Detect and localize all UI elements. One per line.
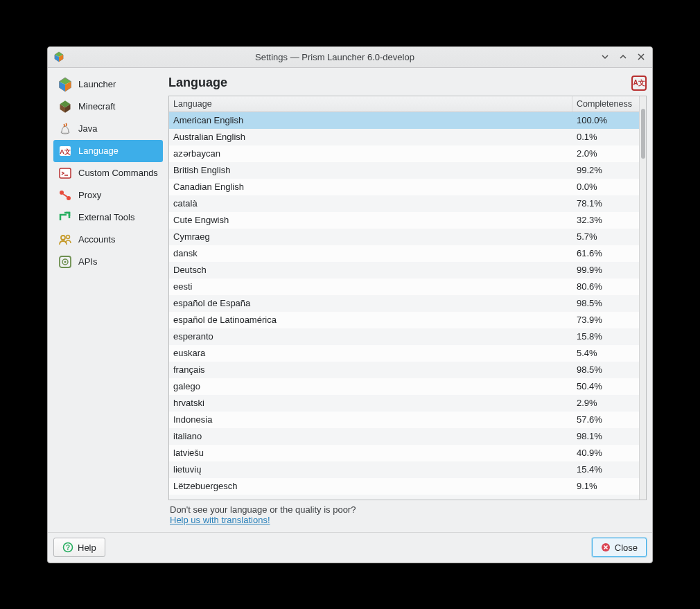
sidebar-item-label: Custom Commands — [78, 168, 158, 178]
minimize-button[interactable] — [600, 51, 611, 62]
language-name: italiano — [169, 431, 572, 441]
table-row[interactable]: Cymraeg5.7% — [169, 229, 639, 245]
table-row[interactable]: français98.5% — [169, 362, 639, 378]
language-name: hrvatski — [169, 398, 572, 408]
language-completeness: 0.1% — [572, 132, 639, 142]
sidebar-item-minecraft[interactable]: Minecraft — [53, 96, 163, 118]
language-name: British English — [169, 165, 572, 175]
language-name: Australian English — [169, 132, 572, 142]
sidebar-item-proxy[interactable]: Proxy — [53, 184, 163, 206]
table-row[interactable]: British English99.2% — [169, 162, 639, 179]
proxy-icon — [58, 188, 73, 203]
titlebar: Settings — Prism Launcher 6.0-develop — [48, 47, 652, 68]
sidebar-item-apis[interactable]: APIs — [53, 251, 163, 273]
external-tools-icon — [58, 210, 73, 225]
sidebar-item-label: Launcher — [78, 79, 116, 89]
svg-point-19 — [67, 235, 70, 238]
close-button-label: Close — [615, 542, 638, 553]
table-row[interactable]: latviešu40.9% — [169, 445, 639, 461]
language-name: magyar — [169, 497, 572, 500]
sidebar-item-label: Language — [78, 145, 119, 156]
main-pane: Language A文 Language Completeness Americ… — [168, 73, 647, 527]
language-completeness: 78.1% — [572, 198, 639, 209]
settings-window: Settings — Prism Launcher 6.0-develop La… — [47, 46, 653, 563]
maximize-button[interactable] — [618, 51, 629, 62]
svg-rect-14 — [60, 168, 71, 178]
language-completeness: 61.6% — [572, 248, 639, 258]
language-completeness: 98.1% — [572, 431, 639, 441]
close-button[interactable]: Close — [592, 538, 647, 557]
language-name: American English — [169, 115, 572, 125]
table-row[interactable]: azərbaycan2.0% — [169, 145, 639, 162]
language-completeness: 99.2% — [572, 165, 639, 175]
language-completeness: 99.9% — [572, 265, 639, 275]
language-completeness: 98.5% — [572, 298, 639, 308]
language-completeness: 15.4% — [572, 464, 639, 475]
svg-text:?: ? — [66, 544, 70, 551]
table-row[interactable]: Canadian English0.0% — [169, 179, 639, 195]
language-name: español de España — [169, 298, 572, 308]
table-row[interactable]: Indonesia57.6% — [169, 412, 639, 428]
table-row[interactable]: español de España98.5% — [169, 295, 639, 312]
sidebar-item-external-tools[interactable]: External Tools — [53, 206, 163, 229]
language-icon: A文 — [58, 143, 73, 159]
sidebar-item-accounts[interactable]: Accounts — [53, 229, 163, 251]
java-icon — [58, 121, 73, 136]
table-row[interactable]: euskara5.4% — [169, 345, 639, 362]
language-completeness: 0.0% — [572, 182, 639, 192]
language-completeness: 100.0% — [572, 115, 639, 125]
language-completeness: 2.9% — [572, 398, 639, 408]
language-name: azərbaycan — [169, 148, 572, 159]
table-row[interactable]: galego50.4% — [169, 378, 639, 395]
help-button-label: Help — [78, 542, 96, 553]
sidebar-item-language[interactable]: A文 Language — [53, 140, 163, 162]
close-window-button[interactable] — [636, 51, 647, 62]
table-row[interactable]: italiano98.1% — [169, 428, 639, 445]
scrollbar[interactable] — [639, 96, 646, 500]
sidebar-item-label: Accounts — [78, 234, 115, 245]
table-row[interactable]: español de Latinoamérica73.9% — [169, 312, 639, 328]
table-row[interactable]: eesti80.6% — [169, 279, 639, 295]
table-row[interactable]: American English100.0% — [169, 112, 639, 129]
language-completeness: 99.7% — [572, 497, 639, 500]
column-header-language[interactable]: Language — [169, 96, 572, 112]
launcher-icon — [58, 77, 73, 92]
window-title: Settings — Prism Launcher 6.0-develop — [70, 52, 600, 62]
table-row[interactable]: dansk61.6% — [169, 245, 639, 262]
language-name: eesti — [169, 281, 572, 292]
language-name: español de Latinoamérica — [169, 315, 572, 325]
minecraft-icon — [58, 99, 73, 114]
language-name: lietuvių — [169, 464, 572, 475]
svg-point-18 — [61, 236, 65, 240]
sidebar-item-custom-commands[interactable]: Custom Commands — [53, 162, 163, 184]
sidebar-item-launcher[interactable]: Launcher — [53, 73, 163, 96]
language-completeness: 32.3% — [572, 215, 639, 225]
terminal-icon — [58, 166, 73, 181]
table-row[interactable]: esperanto15.8% — [169, 328, 639, 345]
language-name: Cute Engwish — [169, 215, 572, 225]
help-button[interactable]: ? Help — [53, 538, 105, 557]
table-row[interactable]: magyar99.7% — [169, 495, 639, 500]
table-row[interactable]: Australian English0.1% — [169, 129, 639, 145]
sidebar-item-java[interactable]: Java — [53, 118, 163, 140]
table-row[interactable]: hrvatski2.9% — [169, 395, 639, 412]
translation-help-link[interactable]: Help us with translations! — [170, 515, 270, 525]
column-header-completeness[interactable]: Completeness — [572, 96, 639, 112]
dialog-footer: ? Help Close — [48, 532, 652, 563]
table-row[interactable]: Cute Engwish32.3% — [169, 212, 639, 229]
language-name: galego — [169, 381, 572, 391]
translation-hint: Don't see your language or the quality i… — [168, 500, 647, 527]
table-row[interactable]: català78.1% — [169, 195, 639, 212]
table-row[interactable]: lietuvių15.4% — [169, 461, 639, 478]
sidebar-item-label: Minecraft — [78, 101, 115, 112]
language-completeness: 80.6% — [572, 281, 639, 292]
page-header: Language A文 — [168, 73, 647, 93]
language-name: Lëtzebuergesch — [169, 481, 572, 491]
language-completeness: 98.5% — [572, 364, 639, 375]
table-row[interactable]: Lëtzebuergesch9.1% — [169, 478, 639, 495]
accounts-icon — [58, 232, 73, 247]
sidebar-item-label: APIs — [78, 256, 97, 267]
scrollbar-thumb[interactable] — [641, 109, 645, 159]
table-row[interactable]: Deutsch99.9% — [169, 262, 639, 279]
translation-icon: A文 — [631, 76, 647, 91]
